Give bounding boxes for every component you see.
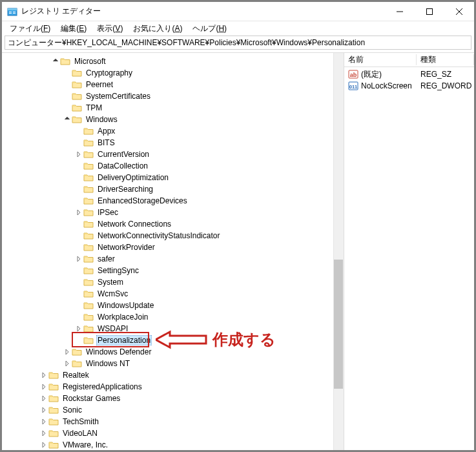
tree-node-label[interactable]: Realtek	[61, 370, 90, 380]
chevron-right-icon[interactable]	[39, 417, 48, 426]
tree-row[interactable]: Windows	[5, 114, 344, 125]
tree-row[interactable]: DataCollection	[5, 160, 344, 172]
tree-row[interactable]: Realtek	[5, 369, 344, 381]
scrollbar-thumb[interactable]	[334, 260, 343, 389]
tree-row[interactable]: BITS	[5, 137, 344, 149]
tree-node-label[interactable]: NetworkProvider	[96, 242, 156, 252]
list-row[interactable]: 011NoLockScreenREG_DWORD	[344, 80, 474, 92]
menu-view[interactable]: 表示(V)	[92, 22, 128, 36]
tree-row[interactable]: NetworkConnectivityStatusIndicator	[5, 230, 344, 241]
chevron-down-icon[interactable]	[63, 115, 72, 124]
tree-row[interactable]: WcmSvc	[5, 288, 344, 300]
tree-row[interactable]: NetworkProvider	[5, 241, 344, 253]
tree-row[interactable]: CurrentVersion	[5, 149, 344, 160]
tree-node-label[interactable]: IPSec	[96, 207, 119, 218]
tree-node-label[interactable]: RegisteredApplications	[61, 382, 143, 392]
chevron-right-icon[interactable]	[39, 371, 48, 380]
tree-row[interactable]: Windows NT	[5, 358, 344, 369]
address-bar[interactable]: コンピューター¥HKEY_LOCAL_MACHINE¥SOFTWARE¥Poli…	[5, 36, 471, 50]
chevron-right-icon[interactable]	[74, 254, 83, 263]
tree-node-label[interactable]: NetworkConnectivityStatusIndicator	[96, 231, 221, 241]
chevron-right-icon[interactable]	[39, 394, 48, 403]
col-type[interactable]: 種類	[417, 54, 474, 65]
tree-node-label[interactable]: Rockstar Games	[61, 393, 121, 404]
tree-row[interactable]: DriverSearching	[5, 183, 344, 195]
chevron-right-icon[interactable]	[63, 347, 72, 356]
chevron-right-icon[interactable]	[74, 324, 83, 333]
tree[interactable]: Microsoft Cryptography Peernet SystemCer…	[2, 53, 344, 450]
tree-row[interactable]: WindowsUpdate	[5, 300, 344, 311]
chevron-right-icon[interactable]	[39, 429, 48, 438]
tree-node-label[interactable]: DataCollection	[96, 161, 149, 171]
tree-node-label[interactable]: Windows Defender	[85, 347, 152, 357]
close-button[interactable]	[444, 2, 474, 21]
tree-row[interactable]: Sonic	[5, 404, 344, 416]
tree-node-label[interactable]: SettingSync	[96, 265, 140, 276]
tree-node-label[interactable]: TechSmith	[61, 416, 100, 427]
tree-row[interactable]: TechSmith	[5, 416, 344, 427]
tree-node-label[interactable]: WSDAPI	[96, 324, 129, 334]
tree-node-label[interactable]: VideoLAN	[61, 428, 99, 438]
tree-node-label[interactable]: Windows NT	[85, 358, 131, 369]
tree-row[interactable]: WSDAPI	[5, 323, 344, 334]
tree-row[interactable]: Rockstar Games	[5, 393, 344, 404]
tree-node-label[interactable]: CurrentVersion	[96, 149, 150, 159]
tree-row[interactable]: VideoLAN	[5, 427, 344, 439]
tree-scrollbar[interactable]	[333, 53, 344, 450]
tree-row[interactable]: EnhancedStorageDevices	[5, 195, 344, 207]
menu-favorites[interactable]: お気に入り(A)	[128, 22, 187, 36]
tree-node-label[interactable]: WcmSvc	[96, 289, 129, 299]
tree-node-label[interactable]: VMware, Inc.	[61, 440, 109, 450]
tree-node-label[interactable]: Personalization	[96, 335, 152, 345]
tree-row[interactable]: TPM	[5, 102, 344, 114]
chevron-right-icon[interactable]	[63, 359, 72, 368]
tree-node-label[interactable]: EnhancedStorageDevices	[96, 196, 189, 206]
tree-node-label[interactable]: DeliveryOptimization	[96, 172, 170, 183]
tree-node-label[interactable]: Cryptography	[85, 68, 134, 78]
chevron-right-icon[interactable]	[39, 406, 48, 415]
chevron-right-icon[interactable]	[39, 382, 48, 391]
tree-node-label[interactable]: Peernet	[85, 79, 114, 90]
menu-file[interactable]: ファイル(F)	[5, 22, 56, 36]
tree-row[interactable]: Peernet	[5, 79, 344, 90]
tree-row[interactable]: Network Connections	[5, 218, 344, 230]
tree-row[interactable]: Cryptography	[5, 67, 344, 79]
tree-row[interactable]: System	[5, 276, 344, 288]
col-name[interactable]: 名前	[344, 54, 417, 65]
folder-icon	[83, 220, 94, 229]
tree-row[interactable]: Personalization	[5, 334, 344, 346]
maximize-button[interactable]	[415, 2, 444, 21]
tree-node-label[interactable]: Appx	[96, 126, 116, 136]
tree-row[interactable]: Windows Defender	[5, 346, 344, 358]
tree-node-label[interactable]: Microsoft	[73, 56, 107, 67]
chevron-right-icon[interactable]	[74, 150, 83, 159]
tree-node-label[interactable]: SystemCertificates	[85, 91, 152, 101]
tree-node-label[interactable]: System	[96, 277, 125, 287]
tree-node-label[interactable]: TPM	[85, 103, 103, 113]
tree-node-label[interactable]: DriverSearching	[96, 184, 154, 194]
tree-row[interactable]: SystemCertificates	[5, 90, 344, 102]
tree-row[interactable]: Appx	[5, 125, 344, 137]
chevron-down-icon[interactable]	[51, 57, 60, 66]
tree-row[interactable]: RegisteredApplications	[5, 381, 344, 393]
tree-row[interactable]: Microsoft	[5, 56, 344, 67]
menu-edit[interactable]: 編集(E)	[56, 22, 92, 36]
tree-row[interactable]: DeliveryOptimization	[5, 172, 344, 183]
tree-row[interactable]: SettingSync	[5, 265, 344, 276]
tree-node-label[interactable]: BITS	[96, 138, 116, 148]
tree-row[interactable]: WorkplaceJoin	[5, 311, 344, 323]
minimize-button[interactable]	[385, 2, 415, 21]
tree-node-label[interactable]: Sonic	[61, 405, 83, 415]
tree-node-label[interactable]: WorkplaceJoin	[96, 312, 149, 322]
tree-node-label[interactable]: Windows	[85, 114, 119, 125]
menu-help[interactable]: ヘルプ(H)	[187, 22, 232, 36]
tree-node-label[interactable]: Network Connections	[96, 219, 172, 229]
tree-node-label[interactable]: WindowsUpdate	[96, 300, 155, 311]
tree-row[interactable]: VMware, Inc.	[5, 439, 344, 450]
tree-row[interactable]: safer	[5, 253, 344, 265]
list-row[interactable]: ab(既定)REG_SZ	[344, 68, 474, 80]
chevron-right-icon[interactable]	[74, 208, 83, 217]
tree-row[interactable]: IPSec	[5, 207, 344, 218]
chevron-right-icon[interactable]	[39, 440, 48, 449]
tree-node-label[interactable]: safer	[96, 254, 116, 264]
